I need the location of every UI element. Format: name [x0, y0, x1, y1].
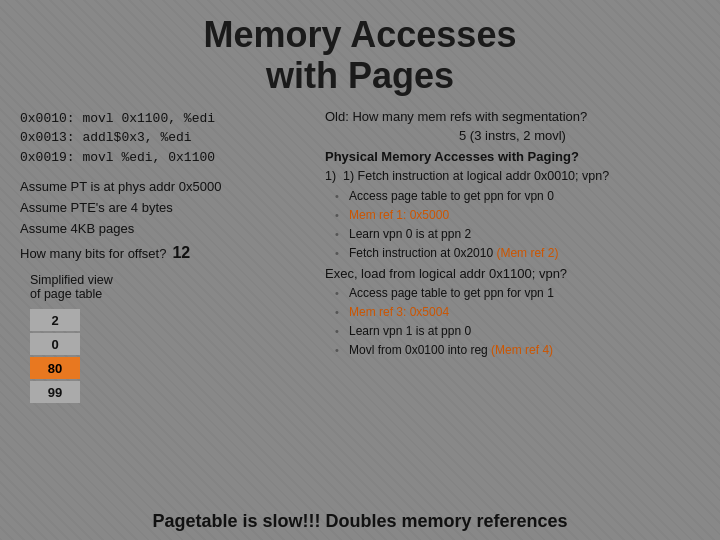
slide: Memory Accesses with Pages 0x0010: movl … — [0, 0, 720, 540]
bullet-icon-0: • — [335, 188, 349, 204]
bullet-icon-1: • — [335, 207, 349, 223]
pt-row-2: 80 — [30, 357, 80, 379]
bullet-exec-3: • Movl from 0x0100 into reg (Mem ref 4) — [325, 342, 700, 359]
footer-text: Pagetable is slow!!! Doubles memory refe… — [152, 511, 567, 531]
bullet-exec-1: • Mem ref 3: 0x5004 — [325, 304, 700, 321]
footer-banner: Pagetable is slow!!! Doubles memory refe… — [0, 511, 720, 532]
assume-line-3: Assume 4KB pages — [20, 219, 315, 240]
title-line1: Memory Accesses — [204, 14, 517, 55]
pt-row-3: 99 — [30, 381, 80, 403]
simplified-section: Simplified view of page table 2 0 80 99 — [20, 273, 315, 403]
bullet-fetch-0: • Access page table to get ppn for vpn 0 — [325, 188, 700, 205]
bullet-exec-icon-0: • — [335, 285, 349, 301]
bits-row: How many bits for offset? 12 — [20, 240, 315, 266]
fetch-3-text: Fetch instruction at 0x2010 (Mem ref 2) — [349, 245, 558, 262]
exec-3-text: Movl from 0x0100 into reg (Mem ref 4) — [349, 342, 553, 359]
code-line-3: 0x0019: movl %edi, 0x1100 — [20, 148, 315, 168]
code-block: 0x0010: movl 0x1100, %edi 0x0013: addl$0… — [20, 109, 315, 168]
right-column: Old: How many mem refs with segmentation… — [325, 109, 700, 403]
step1-text: 1) Fetch instruction at logical addr 0x0… — [343, 168, 609, 186]
assume-line-1: Assume PT is at phys addr 0x5000 — [20, 177, 315, 198]
old-question: Old: How many mem refs with segmentation… — [325, 109, 700, 124]
left-column: 0x0010: movl 0x1100, %edi 0x0013: addl$0… — [20, 109, 315, 403]
code-line-2: 0x0013: addl$0x3, %edi — [20, 128, 315, 148]
title-line2: with Pages — [266, 55, 454, 96]
step1-num: 1) — [325, 168, 343, 186]
bullet-exec-2: • Learn vpn 1 is at ppn 0 — [325, 323, 700, 340]
page-table: 2 0 80 99 — [30, 309, 80, 403]
step1: 1) 1) Fetch instruction at logical addr … — [325, 168, 700, 186]
assume-line-2: Assume PTE's are 4 bytes — [20, 198, 315, 219]
bullet-fetch-3: • Fetch instruction at 0x2010 (Mem ref 2… — [325, 245, 700, 262]
exec-question: Exec, load from logical addr 0x1100; vpn… — [325, 266, 700, 281]
pt-row-1: 0 — [30, 333, 80, 355]
bullet-exec-0: • Access page table to get ppn for vpn 1 — [325, 285, 700, 302]
phys-header: Physical Memory Accesses with Paging? — [325, 149, 700, 164]
bullet-icon-2: • — [335, 226, 349, 242]
bullet-exec-icon-3: • — [335, 342, 349, 358]
bullet-fetch-2: • Learn vpn 0 is at ppn 2 — [325, 226, 700, 243]
simplified-label: Simplified view of page table — [30, 273, 113, 301]
bits-question: How many bits for offset? — [20, 244, 166, 265]
bullet-icon-3: • — [335, 245, 349, 261]
content-area: 0x0010: movl 0x1100, %edi 0x0013: addl$0… — [20, 109, 700, 403]
bullet-exec-icon-2: • — [335, 323, 349, 339]
old-answer: 5 (3 instrs, 2 movl) — [325, 128, 700, 143]
bullet-fetch-1: • Mem ref 1: 0x5000 — [325, 207, 700, 224]
assume-block: Assume PT is at phys addr 0x5000 Assume … — [20, 177, 315, 265]
code-line-1: 0x0010: movl 0x1100, %edi — [20, 109, 315, 129]
pt-row-0: 2 — [30, 309, 80, 331]
bullet-exec-icon-1: • — [335, 304, 349, 320]
slide-title: Memory Accesses with Pages — [20, 10, 700, 97]
bits-answer: 12 — [172, 240, 190, 266]
